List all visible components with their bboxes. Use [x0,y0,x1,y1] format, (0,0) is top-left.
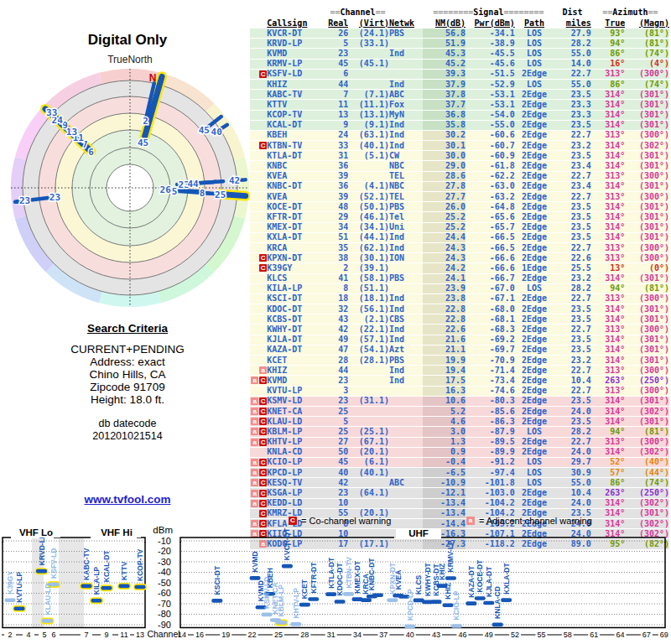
real-channel: 34 [326,223,348,233]
signal-point-label: KCOP-TV [136,548,144,581]
y-tick-label: -40 [158,567,171,577]
warning-badges: C [250,253,267,263]
x-axis-label: Channel [144,629,183,639]
callsign: KFTR-DT [267,212,326,222]
adjacent-channel-warning-icon: a [259,366,267,374]
azimuth-magnetic: (301°) [625,161,669,171]
callsign: KCOP-TV [267,111,326,121]
distance-miles: 23.2 [554,141,591,151]
nm-db: 24.1 [423,274,466,284]
signal-point-label: KSFV-LD [49,548,58,579]
signal-bar [445,576,456,580]
adjacent-channel-warning-icon: a [251,428,258,435]
power-dbm: -60.9 [466,151,515,161]
signal-point-label: KVTU-LP [15,572,23,603]
group-header-dist: Dist [554,7,591,18]
real-channel: 51 [326,233,348,243]
radar-channel-label: 45 [199,125,210,136]
nm-db: -0.4 [423,458,466,468]
station-table-header: ==Channel==========Signal========Dist==A… [250,7,669,29]
co-channel-warning-icon: C [259,500,267,507]
table-row: KCOP-TV13(13.1)MyN36.8-54.02Edge23.3314°… [250,111,669,121]
callsign: KNET-CA [267,407,326,417]
real-channel: 44 [326,80,348,90]
nm-db: 17.5 [423,376,466,386]
network: PBS [389,202,423,212]
power-dbm: -60.7 [466,141,515,151]
co-channel-warning-icon: C [259,264,267,272]
x-tick-label: 46 [458,631,466,639]
azimuth-true: 86° [591,80,625,90]
callsign: KESQ-TV [267,478,326,488]
nm-db: 39.3 [423,70,466,80]
azimuth-magnetic: (301°) [625,314,669,325]
nm-db: 56.8 [423,29,466,39]
nm-db: 45.2 [423,60,466,70]
path: 2Edge [515,70,554,80]
signal-point-label: KABC-TV [82,548,91,580]
signal-bar [135,585,146,589]
azimuth-true: 314° [591,223,625,233]
azimuth-magnetic: (301°) [625,100,669,110]
nm-db: 35.8 [423,121,466,131]
network: ION [389,253,423,263]
signal-bar [387,598,398,602]
azimuth-true: 314° [591,397,625,407]
callsign: KVEA [267,192,326,202]
table-row: aCKPCD-LP40(40.1)-6.5-97.4LOS30.957°(44°… [250,468,669,478]
table-row: KTTV11(11.1)Fox37.7-53.12Edge23.3314°(30… [250,100,669,110]
network: ABC [389,478,423,488]
azimuth-true: 314° [591,151,625,161]
signal-point-label: KCAL-DT [102,550,111,583]
group-header-signal: ========Signal======== [423,7,554,18]
callsign: KSMV-LD [267,397,326,407]
warning-badges [250,100,267,110]
x-tick-label: 34 [353,631,362,639]
distance-miles: 10.4 [554,376,591,386]
azimuth-true: 314° [591,202,625,212]
warning-badges [250,325,267,335]
y-tick-label: -90 [158,620,171,630]
nm-db: 19.9 [423,356,466,366]
real-channel: 49 [326,335,348,345]
signal-bar [101,586,112,590]
table-row: aCKSMV-LD23(31.1)10.6-80.32Edge23.5314°(… [250,397,669,407]
power-dbm: -66.5 [466,243,515,253]
network: Uni [389,223,423,233]
azimuth-magnetic: (300°) [625,70,669,80]
power-dbm: -65.7 [466,223,515,233]
legend-co-channel-label: = Co-channel warning [301,516,391,526]
virtual-channel: (51.1) [348,284,389,294]
virtual-channel: (11.1) [348,100,389,110]
azimuth-magnetic: (301°) [625,90,669,100]
power-dbm: -68.1 [466,314,515,325]
warning-badges [250,294,267,304]
distance-miles: 29.7 [554,458,591,468]
tvfool-link[interactable]: www.tvfool.com [84,493,170,506]
real-channel: 42 [326,325,348,335]
column-header-nmdb: NM(dB) [423,18,466,29]
distance-miles: 23.5 [554,314,591,325]
power-dbm: -103.0 [466,488,515,498]
warning-badges [250,335,267,345]
distance-miles: 22.7 [554,70,591,80]
real-channel: 50 [326,448,348,458]
callsign: KVTU-LP [267,387,326,397]
signal-bar [36,569,47,574]
path: 2Edge [515,366,554,376]
azimuth-true: 314° [591,274,625,284]
distance-miles: 23.5 [554,397,591,407]
path: 2Edge [515,243,554,253]
warning-badges [250,80,267,90]
callsign: KNBC [267,161,326,171]
real-channel: 23 [326,49,348,59]
network: MyN [389,111,423,121]
path: 2Edge [515,376,554,386]
distance-miles: 22.7 [554,387,591,397]
x-tick-label: 49 [485,631,493,639]
warning-badges [250,111,267,121]
distance-miles: 23.5 [554,90,591,100]
column-header-path: Path [515,18,554,29]
callsign: KDOC-DT [267,304,326,314]
path: 2Edge [515,274,554,284]
